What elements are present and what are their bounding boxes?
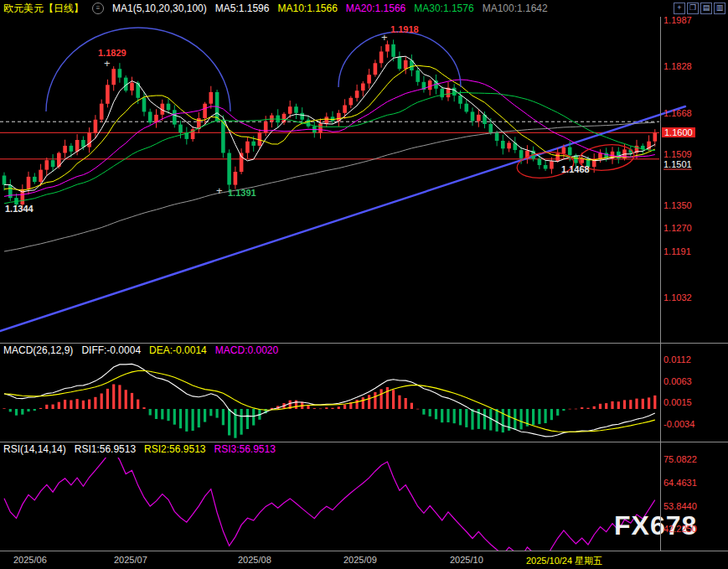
rsi3-value: RSI3:56.9513	[214, 443, 276, 455]
candle	[8, 185, 13, 199]
time-axis-divider	[0, 551, 728, 551]
candle	[398, 57, 402, 70]
candle	[111, 69, 116, 85]
candle	[227, 153, 231, 185]
rsi-chart[interactable]	[0, 458, 660, 551]
candle	[343, 106, 347, 113]
candle	[87, 132, 91, 147]
price-axis-label: 1.1501	[663, 159, 692, 170]
candle	[106, 85, 110, 104]
candle	[142, 98, 147, 112]
macd-diff-value: DIFF:-0.0004	[81, 344, 141, 356]
rsi-axis-label: 53.8440	[663, 501, 697, 511]
macd-params-label: MACD(26,12,9)	[3, 344, 73, 356]
candle	[404, 60, 408, 69]
fx-chart-app: 欧元美元【日线】 ≡ MA1(5,10,20,30,100) MA5:1.159…	[0, 0, 728, 569]
candle	[294, 106, 298, 113]
candle	[428, 80, 432, 90]
price-annotation: 1.1344	[5, 204, 34, 214]
candle	[209, 92, 214, 104]
candle	[70, 146, 74, 152]
date-axis-label: 2025/08	[238, 555, 271, 565]
price-annotation: 1.1468	[561, 164, 590, 174]
date-axis-label: 2025/10/24 星期五	[526, 555, 602, 567]
candle	[270, 116, 274, 122]
candle	[39, 170, 43, 183]
ma5-value: MA5:1.1596	[215, 3, 270, 14]
candle	[477, 115, 481, 122]
rsi-header: RSI(14,14,14) RSI1:56.9513 RSI2:56.9513 …	[3, 443, 276, 455]
macd-hist-value: MACD:0.0020	[215, 344, 278, 356]
ma100-value: MA100:1.1642	[483, 3, 548, 14]
ma10-value: MA10:1.1566	[277, 3, 337, 14]
candle	[507, 142, 511, 148]
candle	[325, 116, 329, 123]
candle	[385, 44, 390, 52]
candle	[251, 142, 256, 146]
rsi1-value: RSI1:56.9513	[75, 443, 136, 455]
candle	[3, 176, 7, 185]
price-axis-label: 1.1668	[663, 108, 692, 118]
candle	[27, 177, 31, 189]
candle	[465, 104, 469, 112]
symbol-period-title[interactable]: 欧元美元【日线】	[3, 2, 84, 16]
price-axis-label: 1.1270	[663, 223, 692, 233]
price-axis-label: 1.1191	[663, 246, 691, 256]
price-axis-label: 1.1032	[663, 292, 692, 303]
price-annotation: 1.1391	[228, 188, 256, 198]
candle	[318, 123, 323, 132]
candle	[130, 83, 134, 91]
candle	[471, 111, 475, 121]
titlebar-controls: + ❐ ▤ ▥	[674, 3, 725, 14]
candle	[562, 147, 566, 154]
ma20-value: MA20:1.1566	[346, 3, 405, 14]
price-annotation: 1.1829	[98, 48, 126, 58]
panel-divider	[0, 442, 728, 442]
candle	[94, 120, 98, 133]
candle	[51, 160, 55, 167]
candle	[349, 98, 354, 106]
candle	[245, 142, 250, 153]
candle	[653, 132, 658, 141]
candle	[33, 177, 37, 182]
anchor-cross-icon: +	[104, 59, 111, 68]
price-axis-divider	[660, 17, 661, 551]
ma-params-label: MA1(5,10,20,30,100)	[112, 3, 207, 14]
candle	[45, 160, 49, 169]
zoom-in-icon[interactable]: +	[674, 3, 685, 14]
panel-divider	[0, 343, 728, 344]
indicator-settings-icon[interactable]: ≡	[92, 3, 104, 14]
price-annotation: 1.1918	[390, 24, 419, 34]
candle	[173, 110, 177, 124]
candle	[288, 106, 292, 114]
candle	[580, 158, 584, 163]
date-axis-label: 2025/07	[114, 555, 147, 565]
candle	[167, 104, 171, 111]
date-axis-label: 2025/06	[13, 555, 47, 565]
candle	[374, 63, 378, 75]
macd-axis-label: 0.0063	[663, 376, 692, 386]
candle	[379, 52, 384, 64]
candle	[416, 70, 420, 82]
macd-axis-label: -0.0034	[663, 419, 694, 429]
candle	[221, 122, 225, 153]
restore-window-icon[interactable]: ❐	[687, 3, 699, 14]
candle	[307, 120, 311, 127]
candle	[240, 153, 244, 173]
candle	[355, 91, 359, 98]
macd-axis-label: 0.0015	[663, 397, 692, 407]
rsi2-value: RSI2:56.9513	[144, 443, 205, 455]
rsi-axis-label: 42.2250	[663, 524, 697, 534]
grid-layout-icon[interactable]: ▤	[700, 3, 712, 14]
candle	[501, 141, 505, 148]
candle	[367, 75, 371, 83]
candle	[538, 158, 542, 165]
candle	[100, 104, 104, 120]
ma30-value: MA30:1.1576	[414, 3, 473, 14]
price-axis-label: 1.1828	[663, 61, 692, 71]
macd-chart[interactable]	[0, 358, 660, 441]
candle	[519, 150, 524, 158]
date-axis-label: 2025/09	[343, 555, 377, 565]
candle	[63, 146, 67, 153]
panel-layout-icon[interactable]: ▥	[714, 3, 725, 14]
